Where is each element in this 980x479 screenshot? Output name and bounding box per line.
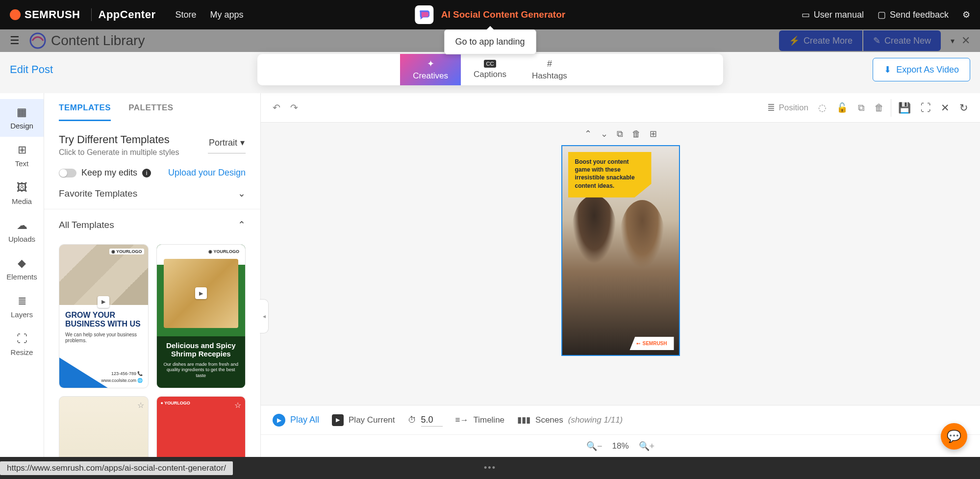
play-current-icon: ▶ (332, 414, 344, 426)
add-scene-button[interactable]: ⊞ (650, 128, 657, 139)
app-icon (415, 5, 433, 24)
move-down-button[interactable]: ⌄ (601, 128, 608, 139)
tab-captions[interactable]: CC Captions (461, 54, 519, 85)
nav-store[interactable]: Store (175, 10, 196, 20)
app-name: AI Social Content Generator (441, 9, 565, 20)
send-feedback-link[interactable]: ▢Send feedback (878, 9, 949, 20)
position-button[interactable]: ≣Position (767, 102, 808, 113)
upload-design-link[interactable]: Upload your Design (168, 168, 246, 178)
all-templates-header[interactable]: All Templates ⌃ (44, 209, 260, 240)
opacity-button[interactable]: ◌ (818, 102, 827, 113)
template-card-2[interactable]: ◉ YOURLOGO ▶ Delicious and Spicy Shrimp … (156, 244, 246, 388)
keep-edits-row: Keep my edits i Upload your Design (44, 157, 260, 178)
fullscreen-icon: ⛶ (921, 102, 931, 114)
chevron-down-icon: ⌄ (238, 188, 246, 199)
template-logo: ● YOURLOGO (161, 401, 190, 405)
duplicate-scene-button[interactable]: ⧉ (617, 129, 623, 139)
rail-elements[interactable]: ◆Elements (0, 250, 44, 288)
refresh-icon: ↻ (959, 102, 968, 114)
template-1-footer: 123-456-789 📞 www.coolsite.com 🌐 (59, 357, 148, 388)
play-icon: ▶ (98, 296, 109, 308)
timeline-button[interactable]: ≡→ Timeline (455, 415, 505, 425)
stopwatch-icon: ⏱ (408, 415, 416, 425)
canvas-area: ↶ ↷ ≣Position ◌ 🔓 ⧉ 🗑 💾 ⛶ ✕ ↻ ⌃ ⌄ ⧉ 🗑 ⊞ (261, 93, 980, 457)
save-button[interactable]: 💾 (898, 102, 911, 114)
undo-button[interactable]: ↶ (273, 102, 280, 113)
redo-button[interactable]: ↷ (290, 102, 298, 113)
chat-icon: ▢ (878, 9, 886, 20)
template-logo: ◉ YOURLOGO (206, 249, 241, 254)
edit-post-label[interactable]: Edit Post (10, 63, 53, 76)
droplet-icon: ◌ (818, 102, 827, 113)
panel-tabs: TEMPLATES PALETTES (44, 93, 260, 122)
top-bar: SEMRUSH AppCenter Store My apps AI Socia… (0, 0, 980, 29)
play-all-group[interactable]: ▶ Play All (273, 414, 319, 427)
play-icon: ▶ (195, 287, 207, 299)
template-card-4[interactable]: ● YOURLOGO ☆ (156, 396, 246, 457)
canvas-stage[interactable]: ⌃ ⌄ ⧉ 🗑 ⊞ Boost your content game with t… (261, 123, 980, 405)
panel-collapse-handle[interactable]: ◂ (260, 299, 269, 333)
duration-group: ⏱ (408, 414, 443, 427)
creative-headline[interactable]: Boost your content game with these irres… (568, 152, 652, 198)
app-title-center[interactable]: AI Social Content Generator (415, 5, 565, 24)
rail-media[interactable]: 🖼Media (0, 175, 44, 212)
template-grid: ◉ YOURLOGO ▶ GROW YOUR BUSINESS WITH US … (44, 240, 260, 457)
status-handle-icon[interactable]: ••• (484, 463, 496, 473)
play-current-group[interactable]: ▶ Play Current (332, 414, 395, 426)
trash-icon: 🗑 (875, 102, 884, 113)
copy-button[interactable]: ⧉ (858, 102, 865, 113)
delete-button[interactable]: 🗑 (875, 102, 884, 113)
creative-tabs: ✦ Creatives CC Captions # Hashtags (257, 54, 723, 85)
orientation-select[interactable]: Portrait ▾ (208, 134, 246, 153)
delete-scene-button[interactable]: 🗑 (632, 129, 641, 139)
reset-button[interactable]: ↻ (959, 102, 968, 114)
favorite-templates-header[interactable]: Favorite Templates ⌄ (44, 178, 260, 209)
rail-resize[interactable]: ⛶Resize (0, 326, 44, 363)
settings-gear[interactable]: ⚙ (962, 9, 970, 20)
info-icon[interactable]: i (142, 169, 151, 177)
trash-icon: 🗑 (632, 129, 641, 139)
user-manual-link[interactable]: ▭User manual (802, 9, 864, 20)
left-rail: ▦Design ⊞Text 🖼Media ☁Uploads ◆Elements … (0, 93, 44, 457)
nav-my-apps[interactable]: My apps (210, 10, 244, 20)
keep-edits-toggle[interactable] (59, 169, 76, 177)
fullscreen-button[interactable]: ⛶ (921, 102, 931, 114)
resize-icon: ⛶ (17, 332, 27, 345)
tab-creatives[interactable]: ✦ Creatives (400, 54, 461, 85)
star-icon: ☆ (234, 401, 241, 410)
tab-hashtags[interactable]: # Hashtags (519, 54, 580, 85)
download-icon: ⬇ (884, 64, 891, 75)
chat-bubble-icon: 💬 (947, 429, 961, 443)
panel-tab-palettes[interactable]: PALETTES (128, 103, 174, 121)
template-card-1[interactable]: ◉ YOURLOGO ▶ GROW YOUR BUSINESS WITH US … (59, 244, 149, 388)
rail-text[interactable]: ⊞Text (0, 137, 44, 175)
brand-logo[interactable]: SEMRUSH AppCenter (10, 8, 155, 21)
zoom-out-button[interactable]: 🔍− (586, 441, 603, 452)
zoom-level: 18% (612, 441, 628, 451)
unlock-icon: 🔓 (836, 102, 848, 113)
gear-icon: ⚙ (962, 9, 970, 20)
chevron-up-icon: ⌃ (238, 219, 246, 230)
chevron-down-icon: ⌄ (601, 129, 608, 139)
zoom-in-button[interactable]: 🔍+ (639, 441, 655, 452)
scenes-button[interactable]: ▮▮▮ Scenes (showing 1/11) (517, 415, 623, 425)
move-up-button[interactable]: ⌃ (584, 128, 592, 139)
template-card-3[interactable]: ☆ (59, 396, 149, 457)
intercom-chat-button[interactable]: 💬 (941, 423, 967, 450)
top-right-links: ▭User manual ▢Send feedback ⚙ (802, 9, 970, 20)
zoom-bar: 🔍− 18% 🔍+ (261, 434, 980, 457)
layers-icon: ≣ (767, 102, 775, 113)
rail-layers[interactable]: ≣Layers (0, 288, 44, 326)
template-2-text: Delicious and Spicy Shrimp Recepies Our … (157, 336, 246, 388)
lock-button[interactable]: 🔓 (836, 102, 848, 113)
rail-design[interactable]: ▦Design (0, 99, 44, 137)
playbar: ▶ Play All ▶ Play Current ⏱ ≡→ Timeline … (261, 405, 980, 434)
duration-input[interactable] (421, 414, 443, 427)
appcenter-label: AppCenter (91, 8, 156, 21)
shuffle-button[interactable]: ✕ (941, 102, 950, 114)
export-video-button[interactable]: ⬇ Export As Video (873, 58, 970, 81)
panel-tab-templates[interactable]: TEMPLATES (59, 103, 111, 121)
rail-uploads[interactable]: ☁Uploads (0, 212, 44, 250)
shapes-icon: ◆ (18, 257, 26, 270)
creative-canvas[interactable]: Boost your content game with these irres… (561, 145, 680, 356)
